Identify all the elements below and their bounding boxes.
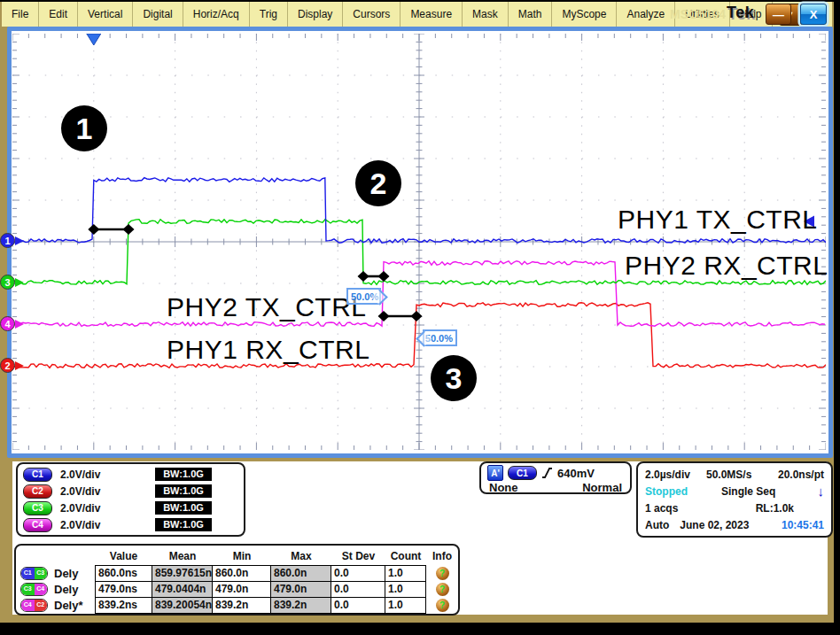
cursor-handle[interactable] <box>358 271 369 282</box>
measurement-row: C4 C2 Dely* 839.2ns 839.20054n 839.2n 83… <box>19 597 458 614</box>
channel-readout-row[interactable]: C3 2.0V/div BW:1.0G <box>18 499 244 516</box>
single-seq-arrow-icon: ↓ <box>818 486 825 497</box>
meas-min: 479.0n <box>212 581 271 598</box>
date-readout: June 02, 2023 <box>680 519 749 531</box>
measurement-table: Value Mean Min Max St Dev Count Info C1 … <box>14 544 460 616</box>
source-2: C2 <box>35 600 48 611</box>
menu-item-horiz-acq[interactable]: Horiz/Acq <box>183 2 250 27</box>
channel-readout-row[interactable]: C4 2.0V/div BW:1.0G <box>18 516 244 533</box>
channel-badge-c2[interactable]: C2 <box>23 484 52 499</box>
minimize-button[interactable]: — <box>766 4 791 25</box>
close-button[interactable]: X <box>800 4 827 25</box>
minimize-icon: — <box>773 8 784 21</box>
close-icon: X <box>810 8 818 21</box>
menu-item-edit[interactable]: Edit <box>39 2 78 27</box>
menu-item-cursors[interactable]: Cursors <box>343 2 401 27</box>
cursor-handle[interactable] <box>378 311 390 321</box>
menu-item-trig[interactable]: Trig <box>250 2 288 27</box>
info-icon[interactable]: ? <box>436 599 449 612</box>
channel-arrow-icon <box>15 236 24 245</box>
trigger-level: 640mV <box>557 467 595 480</box>
menu-item-vertical[interactable]: Vertical <box>78 2 133 27</box>
meas-mean: 859.97615n <box>152 565 213 582</box>
channel-badge-c4[interactable]: C4 <box>23 518 52 532</box>
channel-readout-row[interactable]: C1 2.0V/div BW:1.0G <box>18 466 244 483</box>
trigger-a-badge: A' <box>487 465 503 481</box>
clock-readout: 10:45:41 <box>782 519 824 531</box>
channel-scale: 2.0V/div <box>60 502 100 515</box>
menu-item-file[interactable]: File <box>2 2 39 27</box>
info-icon[interactable]: ? <box>436 583 449 596</box>
channel-readout-row[interactable]: C2 2.0V/div BW:1.0G <box>18 483 244 499</box>
channel-badge-c1[interactable]: C1 <box>23 468 52 482</box>
cursor-handle[interactable] <box>123 224 135 235</box>
trace-label-phy2-tx-ctrl: PHY2 TX_CTRL <box>167 292 367 322</box>
acquisition-count: 1 acqs <box>645 502 678 515</box>
meas-min: 860.0n <box>212 565 271 582</box>
callout-3: 3 <box>431 355 477 401</box>
record-length: RL:1.0k <box>756 502 794 515</box>
cursor-handle[interactable] <box>411 311 423 321</box>
callout-1: 1 <box>61 105 107 151</box>
rising-edge-icon <box>541 466 553 480</box>
channel-scale: 2.0V/div <box>60 469 100 481</box>
menu-item-math[interactable]: Math <box>509 2 553 27</box>
menu-item-measure[interactable]: Measure <box>401 2 463 27</box>
measurement-name: Dely <box>54 583 78 596</box>
ref-level-badge: 50.0% <box>346 288 381 305</box>
trigger-mode-a: Normal <box>582 481 622 494</box>
meas-mean: 839.20054n <box>152 597 213 614</box>
sample-rate: 50.0MS/s <box>706 469 751 481</box>
meas-max: 479.0n <box>270 581 331 598</box>
channel-scale: 2.0V/div <box>60 485 100 498</box>
source-2: C3 <box>35 568 48 579</box>
source-1: C3 <box>21 584 35 595</box>
channel-marker-c3[interactable]: 3 <box>0 275 15 290</box>
channel-badge-c3[interactable]: C3 <box>23 501 52 515</box>
measurement-row: C1 C3 Dely 860.0ns 859.97615n 860.0n 860… <box>19 565 458 582</box>
header-value: Value <box>95 550 152 562</box>
channel-marker-c2[interactable]: 2 <box>0 358 15 373</box>
menu-item-myscope[interactable]: MyScope <box>552 2 617 27</box>
menu-item-digital[interactable]: Digital <box>133 2 183 27</box>
trigger-readout-box[interactable]: A' C1 640mV None Normal <box>479 461 632 494</box>
tek-logo: Tek <box>727 4 754 22</box>
meas-mean: 479.0404n <box>152 581 213 598</box>
menu-item-analyze[interactable]: Analyze <box>617 2 675 27</box>
meas-count: 1.0 <box>385 565 426 582</box>
meas-value: 479.0ns <box>95 581 152 598</box>
menu-item-mask[interactable]: Mask <box>463 2 509 27</box>
meas-min: 839.2n <box>212 597 271 614</box>
channel-readout-box: C1 2.0V/div BW:1.0G C2 2.0V/div BW:1.0G … <box>16 462 245 537</box>
resolution: 20.0ns/pt <box>778 469 824 481</box>
measurement-row: C3 C4 Dely 479.0ns 479.0404n 479.0n 479.… <box>19 581 458 598</box>
meas-count: 1.0 <box>385 597 426 614</box>
measurement-header-row: Value Mean Min Max St Dev Count Info <box>19 547 458 565</box>
channel-marker-c1[interactable]: 1 <box>0 233 15 248</box>
bandwidth-readout: BW:1.0G <box>155 501 212 515</box>
channel-arrow-icon <box>15 361 24 370</box>
header-info: Info <box>426 550 458 562</box>
info-icon[interactable]: ? <box>436 567 449 580</box>
trigger-position-marker[interactable] <box>87 34 101 45</box>
acquisition-status: Stopped <box>645 485 688 498</box>
waveform-display <box>7 27 833 458</box>
header-max: Max <box>271 550 331 562</box>
measurement-name: Dely <box>54 567 78 580</box>
graticule <box>12 34 826 450</box>
trigger-source-badge: C1 <box>508 466 537 480</box>
measurement-source-badge: C4 C2 <box>20 599 48 612</box>
channel-arrow-icon <box>15 320 24 329</box>
trigger-mode-b: None <box>489 481 518 494</box>
menu-item-display[interactable]: Display <box>288 2 343 27</box>
horizontal-scale: 2.0µs/div <box>645 469 690 481</box>
header-count: Count <box>385 550 426 562</box>
horizontal-readout-box[interactable]: 2.0µs/div 50.0MS/s 20.0ns/pt Stopped Sin… <box>636 461 833 538</box>
bandwidth-readout: BW:1.0G <box>155 518 212 531</box>
measurement-source-badge: C1 C3 <box>20 567 48 580</box>
channel-marker-c4[interactable]: 4 <box>0 316 15 331</box>
ref-level-badge: 50.0% <box>423 329 457 346</box>
source-1: C4 <box>21 600 35 611</box>
cursor-handle[interactable] <box>378 271 390 282</box>
cursor-handle[interactable] <box>88 224 99 235</box>
